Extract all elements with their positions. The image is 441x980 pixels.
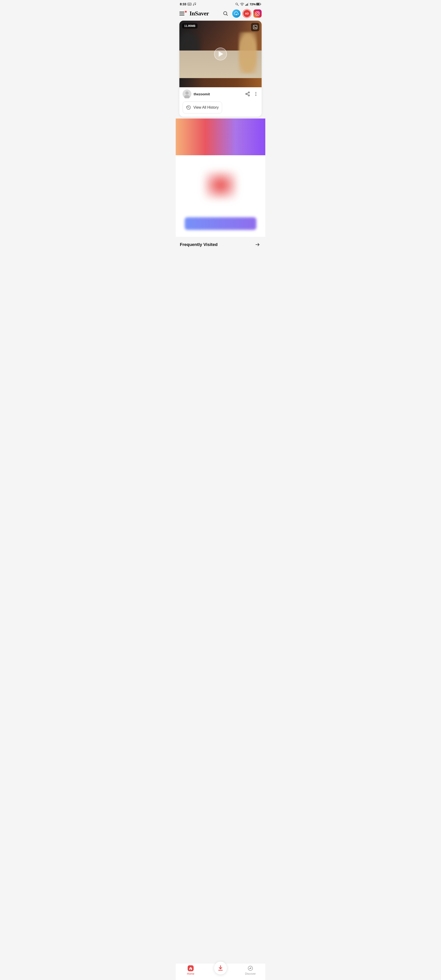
figure-right (239, 32, 257, 73)
svg-line-34 (247, 93, 248, 94)
instagram-button[interactable] (253, 10, 262, 18)
header-actions: AD (221, 9, 262, 18)
ad-label: AD (245, 12, 249, 15)
cloud-upload-button[interactable] (232, 10, 240, 18)
battery-indicator: 72% (250, 3, 261, 6)
ad-banner-section (176, 119, 265, 237)
signal-icon (245, 3, 248, 6)
svg-point-8 (195, 4, 196, 5)
ad-center-area (176, 155, 265, 215)
svg-point-7 (193, 5, 194, 5)
user-avatar (183, 89, 191, 98)
more-options-icon (253, 91, 258, 97)
svg-rect-0 (188, 3, 191, 5)
history-icon (186, 105, 191, 110)
svg-point-20 (224, 12, 227, 15)
frequently-visited-title: Frequently Visited (180, 242, 218, 247)
svg-point-12 (242, 5, 242, 6)
username-label: thezoomit (194, 92, 243, 96)
status-icons: 72% (235, 2, 261, 6)
keyboard-icon (188, 3, 191, 5)
avatar-image (183, 89, 191, 98)
menu-line-2 (179, 13, 185, 14)
svg-rect-19 (256, 3, 260, 5)
play-button[interactable] (214, 48, 227, 60)
red-blob-decoration (204, 171, 237, 199)
svg-rect-18 (261, 4, 261, 5)
video-thumbnail[interactable]: 11.95MB (179, 21, 262, 87)
svg-rect-3 (190, 4, 190, 4)
play-icon (219, 51, 223, 57)
svg-line-21 (226, 14, 228, 16)
svg-rect-6 (191, 4, 191, 5)
menu-notification-dot (185, 11, 187, 13)
key-icon (235, 2, 239, 6)
svg-point-9 (236, 3, 237, 5)
svg-rect-15 (247, 3, 248, 6)
status-time: 8:33 (180, 2, 196, 6)
status-bar: 8:33 (176, 0, 265, 7)
wifi-icon (240, 3, 244, 6)
svg-rect-13 (245, 5, 246, 6)
ad-block-button[interactable]: AD (243, 10, 251, 18)
svg-rect-1 (188, 4, 189, 4)
svg-point-37 (255, 94, 256, 94)
video-actions (245, 91, 258, 97)
svg-rect-4 (191, 4, 191, 4)
cloud-upload-icon (234, 11, 239, 16)
svg-point-29 (185, 91, 189, 95)
frequently-visited-arrow[interactable] (254, 241, 261, 248)
view-history-label: View All History (193, 105, 219, 110)
main-content-card: 11.95MB thezoomit (179, 21, 262, 117)
svg-point-24 (256, 13, 258, 14)
svg-rect-2 (189, 4, 189, 4)
svg-rect-14 (246, 4, 247, 6)
svg-rect-26 (253, 25, 257, 29)
frequently-visited-section: Frequently Visited (176, 237, 265, 251)
menu-line-3 (179, 15, 185, 15)
share-button[interactable] (245, 91, 250, 97)
battery-icon (256, 3, 261, 5)
instagram-icon (255, 11, 260, 16)
file-size-badge: 11.95MB (182, 24, 197, 29)
svg-point-38 (255, 95, 256, 96)
arrow-right-icon (255, 242, 260, 247)
share-icon (245, 91, 250, 97)
menu-button[interactable] (179, 10, 188, 18)
save-gallery-icon (253, 25, 258, 30)
search-icon (223, 11, 228, 16)
menu-line-1 (179, 12, 185, 13)
svg-rect-16 (248, 3, 248, 6)
music-icon (193, 2, 196, 6)
more-options-button[interactable] (253, 91, 258, 97)
app-header: InSaver AD (176, 7, 265, 21)
blue-cta-banner[interactable] (185, 217, 256, 230)
svg-line-35 (247, 94, 248, 95)
svg-point-25 (258, 12, 259, 13)
svg-rect-23 (256, 12, 260, 16)
svg-rect-5 (188, 4, 190, 5)
view-history-button[interactable]: View All History (183, 102, 222, 113)
gradient-banner (176, 119, 265, 155)
app-logo: InSaver (189, 10, 219, 17)
search-button[interactable] (221, 9, 230, 18)
svg-point-36 (255, 92, 256, 93)
svg-point-27 (254, 26, 255, 27)
save-gallery-button[interactable] (251, 23, 260, 31)
video-info-row: thezoomit (179, 87, 262, 100)
